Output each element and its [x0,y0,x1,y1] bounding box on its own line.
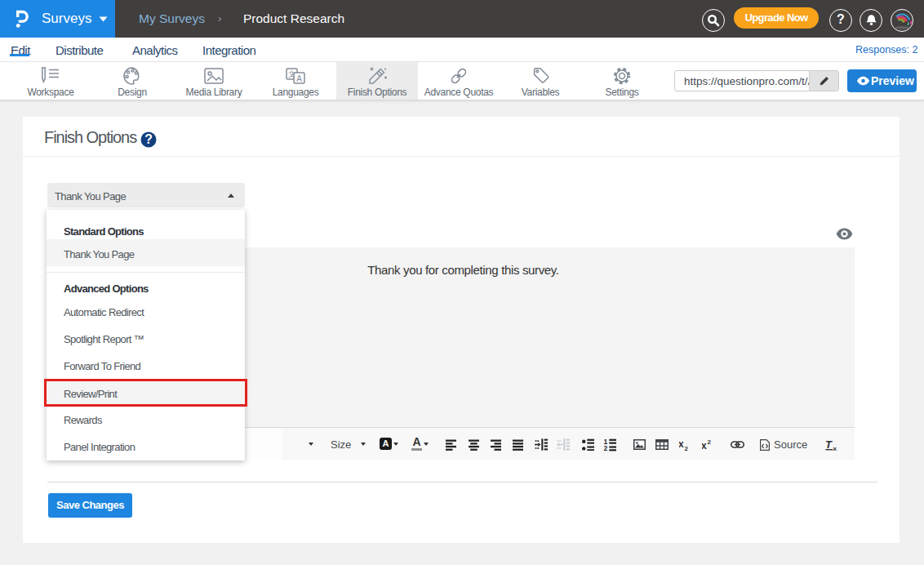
svg-text:x: x [679,439,684,450]
svg-text:x: x [702,440,707,451]
svg-text:2: 2 [685,445,689,452]
svg-text:?: ? [144,132,153,146]
svg-text:T: T [825,439,833,451]
svg-text:2: 2 [708,439,712,446]
svg-text:文: 文 [288,70,295,78]
svg-text:A: A [296,74,302,83]
svg-text:2: 2 [604,444,608,452]
svg-text:x: x [833,445,837,451]
